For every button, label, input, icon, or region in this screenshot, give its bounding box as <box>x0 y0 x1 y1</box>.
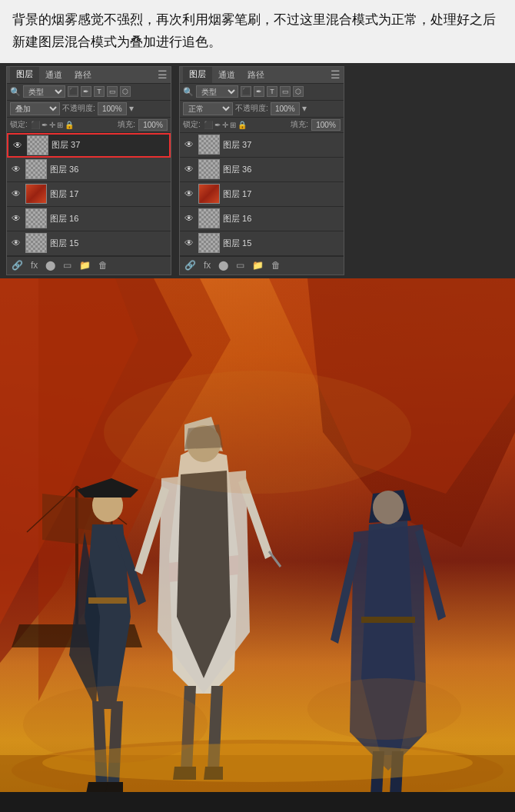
link-icon-right[interactable]: 🔗 <box>183 260 198 271</box>
layer-item-17-left[interactable]: 👁 图层 17 <box>7 182 171 207</box>
lock-all-icon[interactable]: 🔒 <box>65 121 74 129</box>
tab-channels-right[interactable]: 通道 <box>212 68 241 82</box>
lock-position-icon[interactable]: ✛ <box>49 121 55 129</box>
lock-artboard-icon[interactable]: ⊞ <box>57 121 63 129</box>
fx-icon-left[interactable]: fx <box>29 260 39 271</box>
layer-item-37-right[interactable]: 👁 图层 37 <box>180 133 344 158</box>
link-icon-left[interactable]: 🔗 <box>10 260 25 271</box>
tab-layers-right[interactable]: 图层 <box>183 67 212 83</box>
opacity-value-left[interactable]: 100% <box>98 102 127 115</box>
layer-list-left: 👁 图层 37 👁 图层 36 👁 图层 17 <box>7 133 171 256</box>
layer-item-36-right[interactable]: 👁 图层 36 <box>180 158 344 182</box>
delete-icon-right[interactable]: 🗑 <box>270 260 282 271</box>
layer-thumb-16-left <box>25 208 47 228</box>
tab-channels-left[interactable]: 通道 <box>39 68 68 82</box>
layer-item-15-right[interactable]: 👁 图层 15 <box>180 231 344 256</box>
delete-icon-left[interactable]: 🗑 <box>97 260 109 271</box>
lock-transparent-icon-r[interactable]: ⬛ <box>204 121 213 129</box>
filter-btn-2[interactable]: ✒ <box>81 86 91 97</box>
layer-item-15-left[interactable]: 👁 图层 15 <box>7 231 171 256</box>
tab-paths-left[interactable]: 路径 <box>68 68 98 82</box>
lock-label-right: 锁定: <box>183 119 201 130</box>
layer-name-17-right: 图层 17 <box>223 188 341 200</box>
layer-name-37-left: 图层 37 <box>52 139 166 151</box>
opacity-value-right[interactable]: 100% <box>271 102 300 115</box>
layer-item-16-left[interactable]: 👁 图层 16 <box>7 207 171 231</box>
tab-layers-left[interactable]: 图层 <box>10 67 39 83</box>
filter-btn-r3[interactable]: T <box>267 86 277 97</box>
layer-item-16-right[interactable]: 👁 图层 16 <box>180 207 344 231</box>
fill-value-left[interactable]: 100% <box>138 119 168 131</box>
layer-visibility-36-right[interactable]: 👁 <box>183 163 195 175</box>
lock-position-icon-r[interactable]: ✛ <box>222 121 228 129</box>
mask-icon-left[interactable]: ⬤ <box>44 260 57 271</box>
layer-thumb-17-left <box>25 184 47 204</box>
layer-visibility-15-right[interactable]: 👁 <box>183 237 195 249</box>
opacity-dropdown-right[interactable]: ▾ <box>302 103 307 114</box>
panel-menu-icon-right[interactable]: ☰ <box>331 68 341 81</box>
layer-visibility-37-left[interactable]: 👁 <box>12 139 24 151</box>
lock-all-icon-r[interactable]: 🔒 <box>238 121 247 129</box>
lock-icons-right: ⬛ ✒ ✛ ⊞ 🔒 <box>204 121 247 129</box>
lock-transparent-icon[interactable]: ⬛ <box>31 121 40 129</box>
layer-visibility-16-left[interactable]: 👁 <box>10 212 22 225</box>
filter-btn-3[interactable]: T <box>94 86 105 97</box>
layer-visibility-16-right[interactable]: 👁 <box>183 212 195 225</box>
filter-btn-r4[interactable]: ▭ <box>280 86 291 97</box>
panel-menu-icon-left[interactable]: ☰ <box>158 68 168 81</box>
instruction-content: 背景的烟雾感觉不强烈，再次利用烟雾笔刷，不过这里混合模式为正常，处理好之后新建图… <box>12 12 496 49</box>
layer-name-16-right: 图层 16 <box>223 213 341 225</box>
opacity-label-right: 不透明度: <box>235 103 268 114</box>
layer-visibility-15-left[interactable]: 👁 <box>10 237 22 249</box>
layer-visibility-36-left[interactable]: 👁 <box>10 163 22 175</box>
svg-point-13 <box>23 686 208 763</box>
adjustment-icon-left[interactable]: ▭ <box>61 260 73 271</box>
opacity-dropdown-left[interactable]: ▾ <box>129 103 134 114</box>
opacity-label-left: 不透明度: <box>62 103 95 114</box>
instruction-text: 背景的烟雾感觉不强烈，再次利用烟雾笔刷，不过这里混合模式为正常，处理好之后新建图… <box>0 0 515 63</box>
group-icon-right[interactable]: 📁 <box>251 260 265 271</box>
layer-name-16-left: 图层 16 <box>50 213 168 225</box>
filter-btn-1[interactable]: ⬛ <box>68 86 78 97</box>
tab-paths-right[interactable]: 路径 <box>241 68 271 82</box>
lock-label-left: 锁定: <box>10 119 28 130</box>
fill-value-right[interactable]: 100% <box>311 119 341 131</box>
layer-name-36-right: 图层 36 <box>223 164 341 175</box>
layer-thumb-15-right <box>198 233 220 253</box>
layer-thumb-16-right <box>198 208 220 228</box>
layer-thumb-36-right <box>198 159 220 179</box>
filter-btn-r1[interactable]: ⬛ <box>241 86 251 97</box>
layer-visibility-17-right[interactable]: 👁 <box>183 188 195 200</box>
lock-paint-icon-r[interactable]: ✒ <box>214 121 221 129</box>
svg-line-9 <box>269 551 281 567</box>
filter-type-select-left[interactable]: 类型 <box>23 85 65 98</box>
layer-visibility-17-left[interactable]: 👁 <box>10 188 22 200</box>
filter-btn-r5[interactable]: ⬡ <box>293 86 304 97</box>
filter-row-left: 🔍 类型 ⬛ ✒ T ▭ ⬡ <box>7 84 171 101</box>
artwork-canvas <box>0 278 515 792</box>
right-layers-panel: 图层 通道 路径 ☰ 🔍 类型 ⬛ ✒ T ▭ ⬡ 正常 叠加 正片叠底 滤色 <box>179 66 344 275</box>
mask-icon-right[interactable]: ⬤ <box>217 260 230 271</box>
layer-visibility-37-right[interactable]: 👁 <box>183 138 195 151</box>
lock-row-left: 锁定: ⬛ ✒ ✛ ⊞ 🔒 填充: 100% <box>7 118 171 133</box>
group-icon-left[interactable]: 📁 <box>78 260 92 271</box>
layer-item-36-left[interactable]: 👁 图层 36 <box>7 158 171 182</box>
fill-label-right: 填充: <box>291 119 308 130</box>
blend-mode-select-right[interactable]: 正常 叠加 正片叠底 滤色 <box>183 102 233 115</box>
layer-name-15-left: 图层 15 <box>50 238 168 249</box>
fx-icon-right[interactable]: fx <box>202 260 212 271</box>
blend-mode-select-left[interactable]: 叠加 正常 正片叠底 滤色 <box>10 102 60 115</box>
filter-btn-5[interactable]: ⬡ <box>120 86 131 97</box>
adjustment-icon-right[interactable]: ▭ <box>234 260 246 271</box>
panels-container: 图层 通道 路径 ☰ 🔍 类型 ⬛ ✒ T ▭ ⬡ 叠加 正常 正片叠底 滤色 <box>0 63 515 278</box>
lock-artboard-icon-r[interactable]: ⊞ <box>230 121 236 129</box>
layer-item-17-right[interactable]: 👁 图层 17 <box>180 182 344 207</box>
left-layers-panel: 图层 通道 路径 ☰ 🔍 类型 ⬛ ✒ T ▭ ⬡ 叠加 正常 正片叠底 滤色 <box>6 66 171 275</box>
lock-paint-icon[interactable]: ✒ <box>42 121 48 129</box>
svg-rect-11 <box>361 617 415 623</box>
layer-thumb-37-right <box>198 135 220 155</box>
filter-type-select-right[interactable]: 类型 <box>196 85 238 98</box>
filter-btn-r2[interactable]: ✒ <box>254 86 264 97</box>
filter-btn-4[interactable]: ▭ <box>107 86 118 97</box>
layer-item-37-left[interactable]: 👁 图层 37 <box>7 133 171 158</box>
